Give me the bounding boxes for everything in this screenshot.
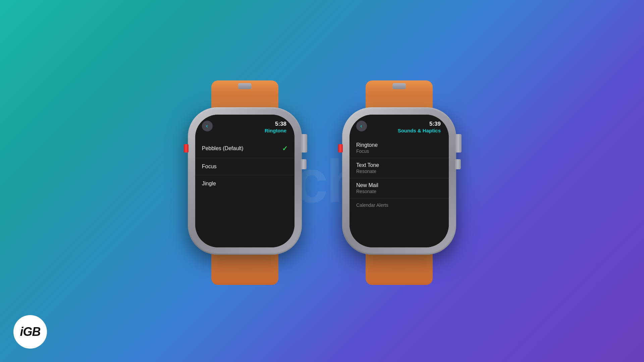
watch1-button xyxy=(301,159,307,169)
sounds-label-texttone: Text Tone xyxy=(356,162,442,168)
watch1-screen: ‹ 5:38 Ringtone Pebbles (Default) ✓ xyxy=(195,115,294,247)
igb-logo-text: iGB xyxy=(20,325,40,339)
watch1-case: ‹ 5:38 Ringtone Pebbles (Default) ✓ xyxy=(188,107,302,255)
sounds-item-calendar[interactable]: Calendar Alerts xyxy=(350,198,449,212)
watch2-case: ‹ 5:39 Sounds & Haptics Ringtone Focus xyxy=(342,107,456,255)
watch2-back-button[interactable]: ‹ xyxy=(356,121,367,131)
watch2-time: 5:39 xyxy=(367,121,441,127)
watches-container: ‹ 5:38 Ringtone Pebbles (Default) ✓ xyxy=(0,0,644,362)
sounds-item-texttone[interactable]: Text Tone Resonate xyxy=(350,158,449,178)
ringtone-name-2: Focus xyxy=(202,164,217,170)
sounds-item-ringtone[interactable]: Ringtone Focus xyxy=(350,138,449,158)
watch1-time-title: 5:38 Ringtone xyxy=(213,121,288,134)
igb-logo: iGB xyxy=(13,315,47,349)
watch1-back-chevron-icon: ‹ xyxy=(206,123,208,129)
sounds-value-ringtone: Focus xyxy=(356,148,442,154)
sounds-label-ringtone: Ringtone xyxy=(356,142,442,148)
ringtone-name-3: Jingle xyxy=(202,181,216,187)
ringtone-item-3[interactable]: Jingle xyxy=(195,175,294,192)
sounds-value-newmail: Resonate xyxy=(356,189,442,194)
watch2-crown xyxy=(455,134,462,153)
watch1-action-button xyxy=(184,144,189,153)
watch2-screen-bezel: ‹ 5:39 Sounds & Haptics Ringtone Focus xyxy=(350,115,449,247)
watch1-header: ‹ 5:38 Ringtone xyxy=(195,115,294,137)
watch-2: ‹ 5:39 Sounds & Haptics Ringtone Focus xyxy=(342,107,456,255)
watch1-title: Ringtone xyxy=(213,127,286,134)
watch2-title: Sounds & Haptics xyxy=(367,127,441,134)
sounds-value-texttone: Resonate xyxy=(356,169,442,174)
watch-1: ‹ 5:38 Ringtone Pebbles (Default) ✓ xyxy=(188,107,302,255)
ringtone-item-2[interactable]: Focus xyxy=(195,158,294,175)
sounds-label-newmail: New Mail xyxy=(356,182,442,188)
watch1-time: 5:38 xyxy=(213,121,286,127)
watch2-sounds-list: Ringtone Focus Text Tone Resonate New Ma… xyxy=(350,137,449,247)
watch1-ringtone-list: Pebbles (Default) ✓ Focus Jingle xyxy=(195,137,294,247)
watch2-back-chevron-icon: ‹ xyxy=(360,123,362,129)
watch2-button xyxy=(455,159,461,169)
watch1-screen-bezel: ‹ 5:38 Ringtone Pebbles (Default) ✓ xyxy=(195,115,294,247)
watch2-time-title: 5:39 Sounds & Haptics xyxy=(367,121,442,134)
ringtone-name-1: Pebbles (Default) xyxy=(202,145,244,152)
ringtone-checkmark-1: ✓ xyxy=(282,144,288,153)
watch2-screen: ‹ 5:39 Sounds & Haptics Ringtone Focus xyxy=(350,115,449,247)
sounds-item-newmail[interactable]: New Mail Resonate xyxy=(350,178,449,198)
ringtone-item-1[interactable]: Pebbles (Default) ✓ xyxy=(195,139,294,158)
watch2-header: ‹ 5:39 Sounds & Haptics xyxy=(350,115,449,137)
watch2-action-button xyxy=(338,144,343,153)
watch1-back-button[interactable]: ‹ xyxy=(202,121,213,131)
watch1-crown xyxy=(301,134,307,153)
sounds-label-calendar: Calendar Alerts xyxy=(356,202,442,208)
